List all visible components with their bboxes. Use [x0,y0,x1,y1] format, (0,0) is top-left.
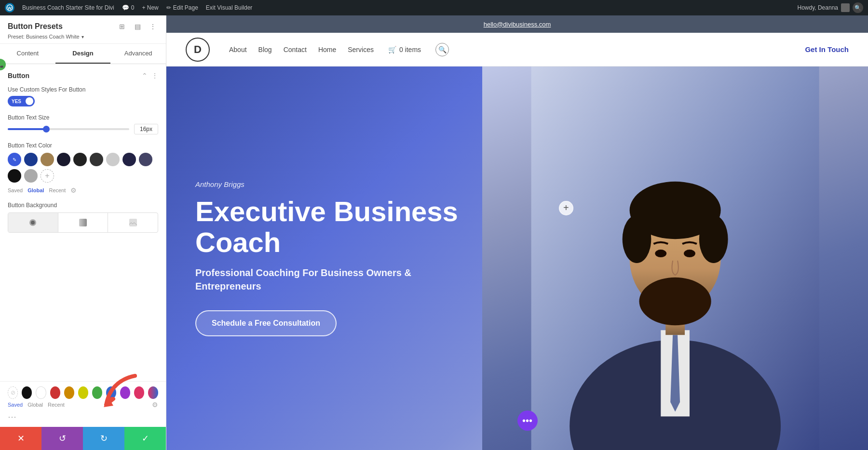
hero-title: Executive Business Coach [195,196,465,258]
color-swatch-6[interactable] [106,153,120,166]
bg-option-image[interactable] [108,213,158,232]
edit-page-label: Edit Page [173,4,198,11]
svg-point-16 [639,278,711,326]
palette-settings-icon[interactable]: ⚙ [152,401,158,409]
add-element-button[interactable]: + [559,201,573,215]
more-options-button[interactable]: ••• [517,410,538,431]
hero-cta-button[interactable]: Schedule a Free Consultation [195,310,337,336]
nav-services[interactable]: Services [348,46,374,53]
save-button[interactable]: ✓ [124,427,166,450]
text-size-slider-row: Button Text Size 16px [8,114,158,134]
color-swatch-2[interactable] [41,153,54,166]
text-color-row: Button Text Color ✎ + [8,142,158,194]
hero-person-placeholder [482,66,868,450]
color-swatch-4[interactable] [73,153,87,166]
color-row-labels: Saved Global Recent ⚙ [8,186,158,194]
color-swatch-10[interactable] [24,169,38,183]
palette-swatch-blue[interactable] [106,386,116,399]
nav-contact[interactable]: Contact [284,46,307,53]
topbar-email-link[interactable]: hello@divibusiness.com [484,21,551,28]
new-button[interactable]: + New [142,4,158,11]
section-expand-icon[interactable]: ⌃ [142,72,148,79]
slider-thumb[interactable] [43,126,50,132]
howdy-label: Howdy, Deanna [798,4,839,11]
bg-options [8,212,158,233]
panel-content: Button ⌃ ⋮ Use Custom Styles For Button … [0,64,166,381]
color-swatch-8[interactable] [139,153,152,166]
panel-preset[interactable]: Preset: Business Coach White ▾ [8,34,158,40]
color-swatch-3[interactable] [57,153,70,166]
comment-bubble[interactable]: 💬 0 [122,4,135,11]
hero-section: Anthony Briggs Executive Business Coach … [166,66,868,450]
edit-page-button[interactable]: ✏ Edit Page [166,4,198,11]
cancel-button[interactable]: ✕ [0,427,41,450]
global-label: Global [27,187,44,193]
preset-label: Preset: Business Coach White [8,34,80,40]
svg-point-17 [655,250,666,257]
palette-swatch-green[interactable] [92,386,102,399]
admin-site-name[interactable]: Business Coach Starter Site for Divi [22,4,114,11]
hero-content: Anthony Briggs Executive Business Coach … [166,161,494,356]
nav-blog[interactable]: Blog [258,46,272,53]
section-more-icon[interactable]: ⋮ [151,72,158,79]
panel-menu-icon[interactable]: ⋮ [148,21,158,32]
palette-swatch-purple[interactable] [120,386,130,399]
nav-cta-button[interactable]: Get In Touch [805,45,849,53]
panel-header-icons: ⊞ ▤ ⋮ [117,21,158,32]
nav-cart[interactable]: 🛒 0 items [388,46,421,53]
palette-swatch-white[interactable] [36,386,46,399]
user-avatar[interactable] [841,3,850,12]
palette-row: ⊘ [8,386,158,399]
palette-disabled-icon: ⊘ [8,386,18,399]
preset-arrow-icon: ▾ [81,34,84,40]
palette-swatch-orange[interactable] [64,386,74,399]
recent-label: Recent [49,187,66,193]
bg-option-gradient[interactable] [58,213,108,232]
color-swatch-9[interactable] [8,169,21,183]
color-swatch-7[interactable] [122,153,136,166]
slider-track[interactable] [8,128,129,130]
tab-content[interactable]: Content [0,44,55,64]
bg-section: Button Background [8,202,158,233]
hero-author: Anthony Briggs [195,180,465,188]
panel-settings-icon[interactable]: ⊞ [117,21,127,32]
cart-icon: 🛒 [388,46,396,53]
main-layout: 📞 Button Presets ⊞ ▤ ⋮ Preset: Business … [0,15,868,450]
wp-admin-bar: W Business Coach Starter Site for Divi 💬… [0,0,868,15]
settings-icon-color[interactable]: ⚙ [70,186,77,194]
color-swatch-active[interactable]: ✎ [8,153,21,166]
section-icons: ⌃ ⋮ [142,72,158,79]
palette-saved-label: Saved [8,402,23,408]
bg-option-color[interactable] [8,213,58,232]
wp-logo-icon[interactable]: W [5,3,14,13]
palette-swatch-black[interactable] [22,386,32,399]
exit-builder-button[interactable]: Exit Visual Builder [206,4,253,11]
svg-text:W: W [8,6,12,11]
palette-swatch-red[interactable] [50,386,60,399]
nav-about[interactable]: About [229,46,247,53]
palette-swatch-pink[interactable] [134,386,144,399]
nav-search-button[interactable]: 🔍 [435,43,449,56]
save-icon: ✓ [142,433,149,444]
color-swatches: ✎ + [8,153,158,183]
undo-button[interactable]: ↺ [41,427,83,450]
palette-swatch-line[interactable] [148,386,158,399]
color-swatch-5[interactable] [90,153,103,166]
custom-styles-toggle[interactable]: YES [8,96,35,106]
panel-columns-icon[interactable]: ▤ [132,21,143,32]
color-swatch-1[interactable] [24,153,38,166]
slider-container: 16px [8,124,158,134]
nav-home[interactable]: Home [318,46,336,53]
tab-advanced[interactable]: Advanced [110,44,166,64]
section-title: Button [8,72,29,79]
svg-point-3 [31,221,35,225]
site-topbar: hello@divibusiness.com [166,15,868,33]
slider-value[interactable]: 16px [134,124,158,134]
admin-search-icon[interactable]: 🔍 [853,2,863,13]
redo-icon: ↻ [100,433,108,444]
tab-design[interactable]: Design [55,44,111,64]
right-content: hello@divibusiness.com D About Blog Cont… [166,15,868,450]
redo-button[interactable]: ↻ [83,427,124,450]
palette-swatch-yellow[interactable] [78,386,88,399]
add-color-button[interactable]: + [41,169,54,183]
